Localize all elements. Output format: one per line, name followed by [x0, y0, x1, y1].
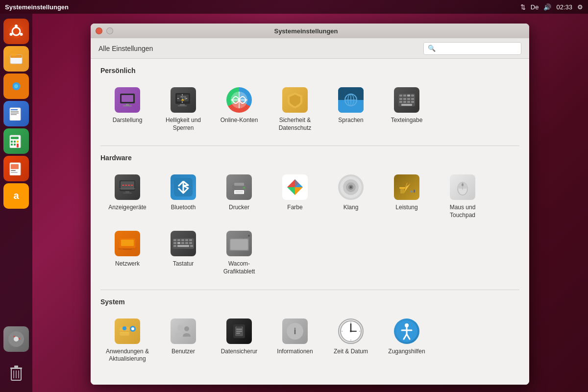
settings-netzwerk[interactable]: Netzwerk: [100, 225, 154, 279]
settings-leistung[interactable]: Leistung: [380, 169, 434, 223]
settings-sprachen[interactable]: Sprachen: [324, 81, 378, 136]
drucker-icon: [225, 173, 253, 201]
personal-grid: Darstellung 🔒 Helligkeit und Sperren Onl…: [100, 81, 519, 136]
svg-rect-109: [189, 239, 192, 241]
informationen-label: Informationen: [277, 348, 313, 356]
svg-rect-19: [14, 141, 16, 143]
anwendungen-label: Anwendungen & Aktualisierung: [103, 348, 151, 363]
settings-texteingabe[interactable]: Texteingabe: [380, 81, 434, 136]
svg-rect-71: [411, 95, 414, 97]
svg-rect-84: [234, 190, 244, 194]
settings-anwendungen[interactable]: Anwendungen & Aktualisierung: [100, 313, 154, 367]
dock-impress-icon[interactable]: [3, 156, 29, 181]
svg-rect-103: [123, 249, 132, 250]
tastatur-icon: [170, 230, 197, 257]
lang-indicator[interactable]: De: [531, 3, 539, 11]
svg-point-3: [20, 33, 23, 36]
svg-rect-106: [177, 239, 180, 241]
settings-zeit[interactable]: Zeit & Datum: [324, 313, 378, 367]
svg-point-129: [184, 326, 189, 331]
search-box[interactable]: 🔍: [423, 42, 521, 55]
settings-bluetooth[interactable]: Bluetooth: [156, 169, 210, 223]
svg-rect-23: [17, 144, 19, 147]
settings-sicherheit[interactable]: Sicherheit & Datenschutz: [268, 81, 322, 136]
datensicherung-label: Datensicherur: [221, 348, 258, 356]
benutzer-label: Benutzer: [172, 348, 195, 356]
svg-rect-66: [407, 101, 410, 103]
netzwerk-label: Netzwerk: [115, 260, 140, 268]
svg-rect-133: [236, 331, 242, 332]
settings-maus[interactable]: Maus und Touchpad: [436, 169, 490, 223]
dock-calc-icon[interactable]: [3, 128, 29, 154]
volume-icon[interactable]: 🔊: [543, 3, 551, 11]
svg-text:🔒: 🔒: [181, 98, 185, 101]
svg-point-123: [122, 326, 126, 330]
settings-farbe[interactable]: Farbe: [268, 169, 322, 223]
settings-online-konten[interactable]: Online-Konten: [212, 81, 266, 136]
svg-rect-67: [411, 101, 414, 103]
svg-rect-18: [11, 141, 13, 143]
svg-rect-21: [11, 144, 13, 146]
settings-informationen[interactable]: i Informationen: [268, 313, 322, 367]
settings-klang[interactable]: Klang: [324, 169, 378, 223]
svg-rect-20: [17, 141, 19, 143]
settings-tastatur[interactable]: Tastatur: [156, 225, 210, 279]
svg-rect-39: [122, 95, 133, 102]
svg-rect-101: [121, 240, 134, 246]
settings-drucker[interactable]: Drucker: [212, 169, 266, 223]
sprachen-icon: [337, 86, 365, 114]
top-bar: Systemeinstellungen ⇅ De 🔊 02:33 ⚙: [0, 0, 588, 14]
dock-files-icon[interactable]: [3, 46, 29, 72]
dock-firefox-icon[interactable]: [3, 74, 29, 99]
settings-icon[interactable]: ⚙: [577, 3, 583, 11]
tastatur-label: Tastatur: [173, 260, 194, 268]
helligkeit-icon: 🔒: [170, 86, 197, 114]
zeit-label: Zeit & Datum: [334, 348, 368, 356]
settings-zugangshilfen[interactable]: Zugangshilfen: [380, 313, 434, 367]
settings-anzeigegeraete[interactable]: Anzeigegeräte: [100, 169, 154, 223]
svg-rect-112: [181, 242, 184, 244]
hardware-grid: Anzeigegeräte Bluetooth Drucker: [100, 169, 519, 279]
dock-amazon-icon[interactable]: a: [3, 183, 29, 209]
svg-rect-86: [235, 193, 243, 194]
dock-trash-icon[interactable]: [3, 361, 29, 386]
svg-rect-94: [399, 187, 405, 189]
window-title: Systemeinstellungen: [91, 27, 524, 35]
svg-point-87: [243, 187, 245, 189]
dock-settings-app-icon[interactable]: ▶: [3, 326, 29, 352]
svg-rect-63: [411, 98, 414, 100]
svg-rect-72: [401, 104, 412, 106]
settings-darstellung[interactable]: Darstellung: [100, 81, 154, 136]
klang-icon: [337, 173, 365, 201]
svg-rect-114: [189, 242, 192, 244]
dock-ubuntu-button[interactable]: [3, 19, 29, 44]
settings-benutzer[interactable]: Benutzer: [156, 313, 210, 367]
settings-wacom[interactable]: Wacom-Grafiktablett: [212, 225, 266, 279]
svg-rect-116: [177, 245, 189, 247]
svg-point-121: [248, 235, 250, 237]
svg-rect-117: [190, 245, 193, 247]
svg-rect-41: [123, 105, 132, 106]
svg-rect-70: [407, 95, 410, 97]
svg-point-31: [14, 337, 19, 342]
settings-helligkeit[interactable]: 🔒 Helligkeit und Sperren: [156, 81, 210, 136]
maus-label: Maus und Touchpad: [439, 204, 487, 219]
svg-rect-34: [14, 366, 18, 368]
svg-rect-17: [11, 137, 19, 139]
sort-icon[interactable]: ⇅: [520, 3, 526, 11]
svg-rect-15: [11, 114, 17, 115]
main-window: Systemeinstellungen Alle Einstellungen 🔍…: [91, 24, 529, 385]
anwendungen-icon: [114, 318, 141, 345]
svg-rect-47: [178, 105, 187, 106]
section-divider-2: [100, 290, 519, 290]
dock-writer-icon[interactable]: [3, 101, 29, 126]
sprachen-label: Sprachen: [338, 117, 363, 124]
informationen-icon: i: [281, 318, 309, 345]
farbe-icon: [281, 173, 309, 201]
svg-rect-110: [173, 242, 176, 244]
svg-rect-111: [177, 242, 180, 244]
anzeigegeraete-icon: [114, 173, 141, 201]
settings-datensicherung[interactable]: Datensicherur: [212, 313, 266, 367]
svg-rect-12: [11, 109, 18, 110]
sicherheit-icon: [281, 86, 309, 114]
